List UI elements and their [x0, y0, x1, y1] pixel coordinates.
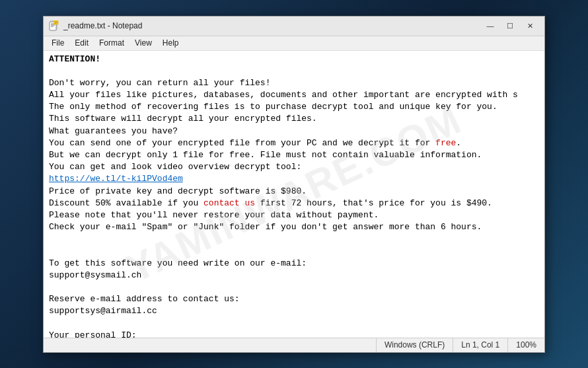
menu-file[interactable]: File: [46, 37, 69, 49]
menu-help[interactable]: Help: [157, 37, 184, 49]
close-button[interactable]: ✕: [521, 19, 539, 32]
menu-bar: File Edit Format View Help: [44, 36, 544, 51]
status-encoding: Windows (CRLF): [376, 338, 453, 352]
maximize-button[interactable]: ☐: [501, 19, 519, 32]
status-position: Ln 1, Col 1: [453, 338, 507, 352]
editor-container: ATTENTION! Don't worry, you can return a…: [44, 51, 544, 338]
notepad-icon: [49, 20, 59, 31]
minimize-button[interactable]: —: [481, 19, 499, 32]
status-zoom: 100%: [507, 338, 544, 352]
free-text: free: [435, 138, 456, 148]
editor-textarea[interactable]: ATTENTION! Don't worry, you can return a…: [44, 51, 544, 338]
window-controls: — ☐ ✕: [481, 19, 539, 32]
title-bar: _readme.txt - Notepad — ☐ ✕: [44, 17, 544, 36]
menu-edit[interactable]: Edit: [69, 37, 94, 49]
menu-format[interactable]: Format: [94, 37, 129, 49]
status-bar: Windows (CRLF) Ln 1, Col 1 100%: [44, 338, 544, 352]
contact-us-text: contact us: [203, 198, 255, 208]
url-link[interactable]: https://we.tl/t-kilPVod4em: [49, 174, 183, 184]
window-title: _readme.txt - Notepad: [63, 21, 481, 30]
attention-header: ATTENTION!: [49, 54, 100, 64]
menu-view[interactable]: View: [129, 37, 157, 49]
notepad-window: _readme.txt - Notepad — ☐ ✕ File Edit Fo…: [43, 16, 545, 353]
desktop: _readme.txt - Notepad — ☐ ✕ File Edit Fo…: [0, 0, 588, 368]
